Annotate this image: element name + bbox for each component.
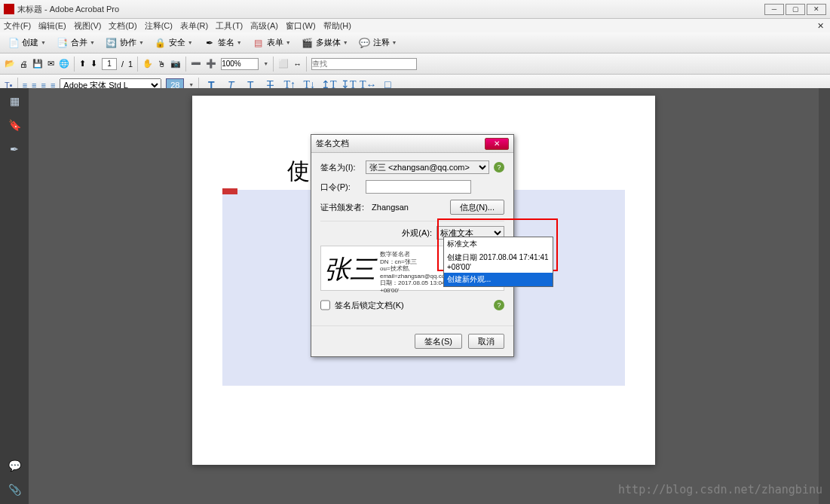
menu-document[interactable]: 文档(D) xyxy=(109,20,136,32)
collab-button[interactable]: 🔄协作▼ xyxy=(103,35,147,50)
appearance-dropdown: 标准文本 创建日期 2017.08.04 17:41:41 +08'00' 创建… xyxy=(443,237,553,287)
toolbar-nav: 📂 🖨 💾 ✉ 🌐 ⬆ ⬇ / 1 ✋ 🖱 📷 ➖ ➕ ▼ ⬜ ↔ xyxy=(0,53,830,75)
lock-checkbox[interactable] xyxy=(320,298,330,312)
lock-label: 签名后锁定文档(K) xyxy=(335,300,489,311)
page-current-input[interactable] xyxy=(102,58,117,70)
right-strip xyxy=(819,88,830,504)
web-icon[interactable]: 🌐 xyxy=(59,59,69,69)
create-icon: 📄 xyxy=(8,37,20,49)
sign-as-select[interactable]: 张三 <zhangsan@qq.com> xyxy=(366,160,489,174)
media-icon: 🎬 xyxy=(302,37,314,49)
menubar-close-icon[interactable]: ✕ xyxy=(817,21,824,31)
help-icon[interactable]: ? xyxy=(494,162,504,173)
menu-advanced[interactable]: 高级(A) xyxy=(250,20,278,32)
info-button[interactable]: 信息(N)... xyxy=(450,200,504,215)
cancel-button[interactable]: 取消 xyxy=(468,334,504,349)
fit-width-icon[interactable]: ↔ xyxy=(293,60,302,69)
save-icon[interactable]: 💾 xyxy=(32,59,43,69)
merge-button[interactable]: 📑合并▼ xyxy=(54,35,98,50)
fit-page-icon[interactable]: ⬜ xyxy=(278,59,289,69)
zoom-in-icon[interactable]: ➕ xyxy=(206,59,216,69)
maximize-button[interactable]: ▢ xyxy=(786,4,805,15)
attach-panel-icon[interactable]: 📎 xyxy=(8,483,21,496)
dropdown-opt-standard[interactable]: 标准文本 xyxy=(444,237,553,251)
issuer-label: 证书颁发者: xyxy=(320,202,364,213)
dropdown-opt-create-new[interactable]: 创建新外观... xyxy=(444,273,553,286)
find-input[interactable] xyxy=(311,58,417,70)
page-total: 1 xyxy=(128,60,133,69)
comment-icon: 💬 xyxy=(359,37,371,49)
page-down-icon[interactable]: ⬇ xyxy=(90,59,97,69)
menu-forms[interactable]: 表单(R) xyxy=(180,20,208,32)
snapshot-icon[interactable]: 📷 xyxy=(170,59,181,69)
comment-button[interactable]: 💬注释▼ xyxy=(356,35,400,50)
create-button[interactable]: 📄创建▼ xyxy=(5,35,49,50)
app-icon xyxy=(4,4,14,14)
toolbar-main: 📄创建▼ 📑合并▼ 🔄协作▼ 🔒安全▼ ✒签名▼ ▤表单▼ 🎬多媒体▼ 💬注释▼ xyxy=(0,32,830,53)
sign-as-label: 签名为(I): xyxy=(320,162,361,173)
menu-tools[interactable]: 工具(T) xyxy=(216,20,243,32)
select-icon[interactable]: 🖱 xyxy=(158,60,166,69)
sign-button[interactable]: ✒签名▼ xyxy=(201,35,245,50)
page-sep: / xyxy=(121,60,124,69)
menu-bar: 文件(F) 编辑(E) 视图(V) 文档(D) 注释(C) 表单(R) 工具(T… xyxy=(0,19,830,32)
close-button[interactable]: ✕ xyxy=(807,4,826,15)
menu-window[interactable]: 窗口(W) xyxy=(286,20,316,32)
watermark: http://blog.csdn.net/zhangbinu xyxy=(618,483,822,496)
page-up-icon[interactable]: ⬆ xyxy=(79,59,86,69)
menu-edit[interactable]: 编辑(E) xyxy=(38,20,66,32)
menu-comments[interactable]: 注释(C) xyxy=(145,20,173,32)
pages-panel-icon[interactable]: ▦ xyxy=(8,94,21,108)
menu-view[interactable]: 视图(V) xyxy=(74,20,102,32)
open-icon[interactable]: 📂 xyxy=(5,59,15,69)
zoom-input[interactable] xyxy=(221,58,259,70)
dialog-titlebar: 签名文档 ✕ xyxy=(311,135,513,153)
email-icon[interactable]: ✉ xyxy=(47,59,54,69)
password-label: 口令(P): xyxy=(320,182,361,193)
dropdown-opt-date[interactable]: 创建日期 2017.08.04 17:41:41 +08'00' xyxy=(444,251,553,273)
minimize-button[interactable]: ─ xyxy=(764,4,784,15)
size-dropdown-icon[interactable]: ▼ xyxy=(188,82,194,87)
lock-icon: 🔒 xyxy=(155,37,167,49)
bookmarks-panel-icon[interactable]: 🔖 xyxy=(8,118,21,132)
form-icon: ▤ xyxy=(253,37,265,49)
forms-button[interactable]: ▤表单▼ xyxy=(250,35,294,50)
lock-help-icon[interactable]: ? xyxy=(494,300,504,310)
merge-icon: 📑 xyxy=(57,37,69,49)
media-button[interactable]: 🎬多媒体▼ xyxy=(299,35,351,50)
signature-tab-marker xyxy=(222,188,237,194)
window-title: 末标题 - Adobe Acrobat Pro xyxy=(17,4,119,15)
menu-help[interactable]: 帮助(H) xyxy=(323,20,351,32)
secure-button[interactable]: 🔒安全▼ xyxy=(152,35,196,50)
zoom-out-icon[interactable]: ➖ xyxy=(191,59,201,69)
sign-submit-button[interactable]: 签名(S) xyxy=(415,334,462,349)
issuer-value: Zhangsan xyxy=(369,203,445,212)
dialog-close-button[interactable]: ✕ xyxy=(485,138,509,150)
appearance-label: 外观(A): xyxy=(402,228,432,239)
collab-icon: 🔄 xyxy=(106,37,118,49)
preview-name: 张三 xyxy=(321,246,378,290)
hand-icon[interactable]: ✋ xyxy=(142,59,153,69)
nav-panel: ▦ 🔖 ✒ 💬 📎 xyxy=(0,88,29,504)
menu-file[interactable]: 文件(F) xyxy=(4,20,31,32)
signature-panel-icon[interactable]: ✒ xyxy=(8,142,21,156)
pen-icon: ✒ xyxy=(204,37,216,49)
dialog-title: 签名文档 xyxy=(316,138,349,149)
comments-panel-icon[interactable]: 💬 xyxy=(8,459,21,472)
title-bar: 末标题 - Adobe Acrobat Pro ─ ▢ ✕ xyxy=(0,0,830,19)
zoom-dropdown-icon[interactable]: ▼ xyxy=(263,61,268,66)
password-input[interactable] xyxy=(366,180,471,194)
print-icon[interactable]: 🖨 xyxy=(20,60,28,69)
